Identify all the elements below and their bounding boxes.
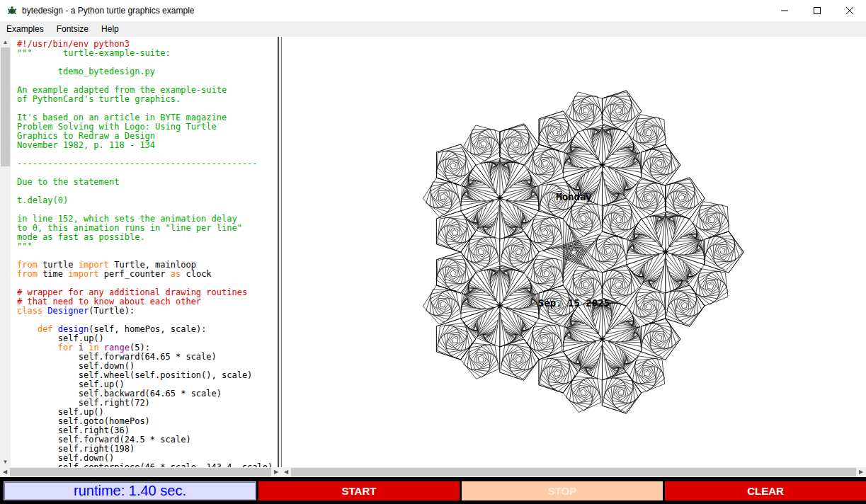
main-area: ▲ ▼ #!/usr/bin/env python3""" turtle-exa… bbox=[0, 37, 866, 477]
minimize-button[interactable] bbox=[768, 0, 801, 21]
code-line: from time import perf_counter as clock bbox=[17, 270, 278, 279]
code-line: """ turtle-example-suite: bbox=[17, 49, 278, 58]
menu-item-fontsize[interactable]: Fontsize bbox=[50, 22, 95, 36]
code-vertical-scrollbar[interactable]: ▲ ▼ bbox=[0, 37, 11, 467]
code-vscroll-thumb[interactable] bbox=[1, 47, 10, 166]
minimize-icon bbox=[781, 4, 788, 17]
code-viewer-panel: ▲ ▼ #!/usr/bin/env python3""" turtle-exa… bbox=[0, 37, 281, 477]
menu-item-examples[interactable]: Examples bbox=[0, 22, 50, 36]
close-button[interactable] bbox=[833, 0, 866, 21]
code-line: tdemo_bytedesign.py bbox=[17, 67, 278, 76]
maximize-icon bbox=[814, 4, 821, 17]
status-bar: runtime: 1.40 sec. START STOP CLEAR bbox=[0, 477, 866, 504]
start-button[interactable]: START bbox=[258, 481, 460, 500]
menu-item-help[interactable]: Help bbox=[95, 22, 125, 36]
canvas-horizontal-scrollbar[interactable]: ◀ ▶ bbox=[281, 467, 866, 477]
window-title: bytedesign - a Python turtle graphics ex… bbox=[22, 6, 194, 16]
code-line: of PythonCard's turtle graphics. bbox=[17, 95, 278, 104]
code-horizontal-scrollbar[interactable]: ◀ ▶ bbox=[0, 467, 281, 477]
code-line: Due to the statement bbox=[17, 178, 278, 187]
code-line: November 1982, p. 118 - 134 bbox=[17, 141, 278, 150]
scroll-right-icon[interactable]: ▶ bbox=[856, 467, 866, 477]
close-icon bbox=[846, 4, 853, 17]
code-line: class Designer(Turtle): bbox=[17, 307, 278, 316]
canvas-hscroll-thumb[interactable] bbox=[291, 468, 856, 476]
window-controls bbox=[768, 0, 866, 21]
clear-button[interactable]: CLEAR bbox=[665, 481, 866, 500]
code-line: mode as fast as possible. bbox=[17, 233, 278, 242]
menu-bar: Examples Fontsize Help bbox=[0, 21, 866, 37]
title-bar[interactable]: bytedesign - a Python turtle graphics ex… bbox=[0, 0, 866, 21]
maximize-button[interactable] bbox=[801, 0, 833, 21]
stop-button[interactable]: STOP bbox=[462, 481, 663, 500]
runtime-label: runtime: 1.40 sec. bbox=[4, 481, 256, 500]
scroll-right-icon[interactable]: ▶ bbox=[271, 467, 281, 477]
code-line: """ bbox=[17, 242, 278, 251]
scroll-left-icon[interactable]: ◀ bbox=[281, 467, 291, 477]
code-line: ----------------------------------------… bbox=[17, 159, 278, 168]
code-text[interactable]: #!/usr/bin/env python3""" turtle-example… bbox=[11, 37, 279, 467]
turtle-canvas-area: Monday Sep. 15 2025 bbox=[281, 37, 866, 467]
scroll-left-icon[interactable]: ◀ bbox=[0, 467, 10, 477]
scroll-down-icon[interactable]: ▼ bbox=[0, 457, 11, 467]
code-hscroll-thumb[interactable] bbox=[10, 468, 271, 476]
scroll-up-icon[interactable]: ▲ bbox=[0, 37, 11, 47]
turtle-drawing-canvas bbox=[282, 37, 866, 467]
turtle-app-icon[interactable] bbox=[6, 5, 18, 16]
canvas-panel: Monday Sep. 15 2025 ◀ ▶ bbox=[281, 37, 866, 477]
code-line: t.delay(0) bbox=[17, 196, 278, 205]
